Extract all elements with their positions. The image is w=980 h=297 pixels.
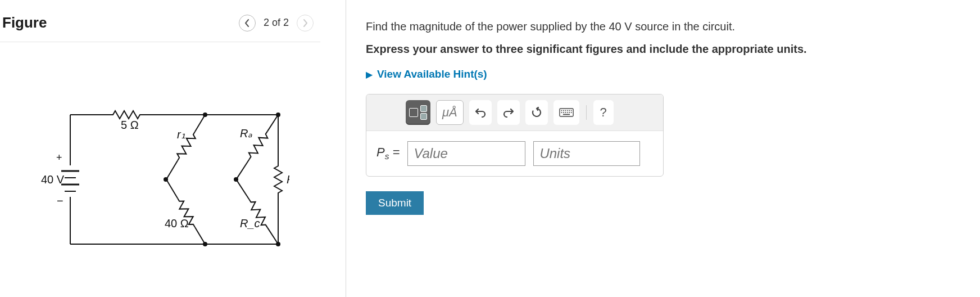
question-pane: Find the magnitude of the power supplied…	[366, 0, 980, 297]
submit-button[interactable]: Submit	[366, 191, 424, 215]
template-icon	[409, 108, 418, 117]
svg-line-20	[236, 160, 249, 179]
svg-rect-35	[567, 112, 568, 113]
answer-box: μÅ ?	[366, 94, 664, 177]
reset-button[interactable]	[525, 100, 548, 125]
svg-line-15	[195, 115, 205, 132]
svg-rect-27	[563, 110, 564, 111]
svg-rect-36	[569, 112, 570, 113]
templates-button[interactable]	[406, 100, 430, 125]
label-5ohm: 5 Ω	[121, 119, 139, 131]
svg-rect-38	[563, 114, 570, 115]
svg-rect-26	[561, 110, 562, 111]
label-rc: R_c	[240, 217, 260, 230]
keyboard-button[interactable]	[553, 100, 579, 125]
figure-title: Figure	[2, 14, 47, 32]
hint-label: View Available Hint(s)	[377, 68, 487, 80]
svg-rect-31	[571, 110, 572, 111]
answer-toolbar: μÅ ?	[366, 94, 663, 131]
svg-line-21	[267, 228, 278, 244]
variable-subscript: s	[385, 152, 389, 161]
svg-rect-32	[561, 112, 562, 113]
undo-icon	[475, 107, 486, 118]
figure-nav: 2 of 2	[239, 15, 314, 32]
chevron-right-icon	[302, 19, 308, 27]
undo-button[interactable]	[469, 100, 492, 125]
svg-line-18	[166, 179, 178, 198]
variable-symbol: P	[376, 145, 385, 159]
keyboard-icon	[559, 107, 574, 118]
chevron-left-icon	[244, 19, 250, 27]
svg-line-16	[166, 160, 178, 179]
label-ra: Rₐ	[240, 127, 252, 140]
figure-area: 5 Ω + 40 V − r₁ Rₐ 40 Ω R_c R_b	[0, 42, 320, 297]
label-40v: 40 V	[41, 173, 65, 186]
question-prompt: Find the magnitude of the power supplied…	[366, 18, 969, 35]
svg-line-22	[236, 179, 249, 199]
label-minus: −	[57, 195, 63, 207]
svg-line-17	[195, 227, 205, 244]
hint-toggle[interactable]: ▶ View Available Hint(s)	[366, 68, 969, 80]
svg-rect-34	[565, 112, 566, 113]
figure-header: Figure 2 of 2	[0, 11, 320, 42]
circuit-diagram: 5 Ω + 40 V − r₁ Rₐ 40 Ω R_c R_b	[31, 98, 289, 261]
redo-button[interactable]	[497, 100, 520, 125]
figure-prev-button[interactable]	[239, 15, 256, 32]
help-button[interactable]: ?	[593, 100, 614, 125]
vertical-divider	[346, 0, 346, 297]
svg-rect-33	[563, 112, 564, 113]
svg-line-19	[267, 115, 278, 131]
svg-rect-37	[571, 112, 572, 113]
figure-next-button[interactable]	[297, 15, 314, 32]
svg-rect-29	[567, 110, 568, 111]
label-40ohm: 40 Ω	[165, 217, 189, 230]
answer-row: Ps =	[366, 131, 663, 166]
variable-label: Ps =	[376, 145, 400, 161]
label-rb: R_b	[287, 173, 289, 186]
figure-pane: Figure 2 of 2	[0, 0, 326, 297]
reset-icon	[531, 107, 542, 118]
units-symbol-button[interactable]: μÅ	[436, 100, 464, 125]
figure-count: 2 of 2	[261, 17, 291, 29]
svg-rect-28	[565, 110, 566, 111]
label-r1: r₁	[177, 128, 185, 141]
value-input[interactable]	[407, 141, 525, 166]
question-instruction: Express your answer to three significant…	[366, 43, 969, 56]
template-stack-icon	[420, 105, 427, 120]
caret-right-icon: ▶	[366, 69, 373, 80]
redo-icon	[503, 107, 514, 118]
toolbar-separator	[586, 105, 587, 120]
equals: =	[393, 145, 400, 159]
units-input[interactable]	[533, 141, 640, 166]
label-plus: +	[56, 152, 62, 163]
svg-rect-30	[569, 110, 570, 111]
